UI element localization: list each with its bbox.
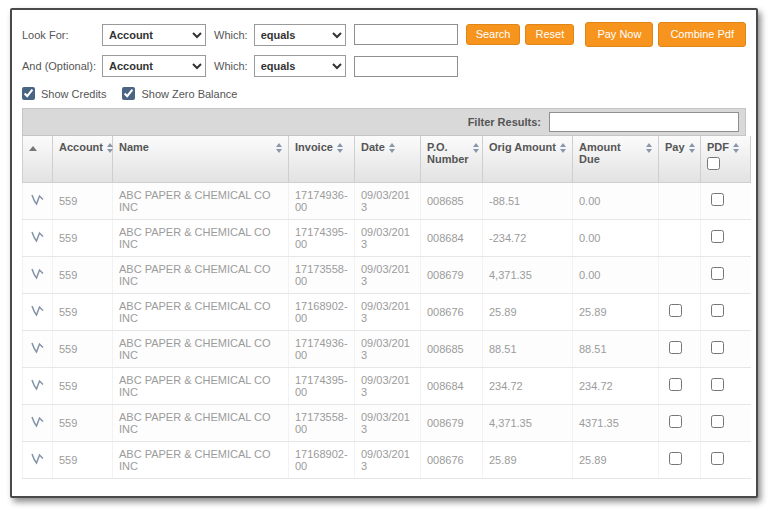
pdf-cell bbox=[701, 256, 751, 293]
amount-due-cell: 234.72 bbox=[573, 367, 659, 404]
row-detail-glyph bbox=[30, 414, 45, 429]
date-cell: 09/03/2013 bbox=[355, 256, 421, 293]
row-detail-icon[interactable] bbox=[30, 340, 45, 357]
account-cell: 559 bbox=[53, 182, 113, 219]
show-zero-balance-label[interactable]: Show Zero Balance bbox=[141, 88, 237, 100]
amount-due-cell: 4371.35 bbox=[573, 404, 659, 441]
col-account[interactable]: Account bbox=[53, 136, 113, 182]
pay-checkbox[interactable] bbox=[669, 415, 682, 428]
col-orig-amount[interactable]: Orig Amount bbox=[483, 136, 573, 182]
pdf-checkbox[interactable] bbox=[711, 415, 724, 428]
row-detail-icon[interactable] bbox=[30, 192, 45, 209]
pdf-cell bbox=[701, 182, 751, 219]
amount-due-cell: 0.00 bbox=[573, 219, 659, 256]
app-frame: Look For: Account Which: equals Search R… bbox=[10, 8, 758, 498]
col-pay[interactable]: Pay bbox=[659, 136, 701, 182]
and-field-select[interactable]: Account bbox=[102, 55, 206, 77]
and-input[interactable] bbox=[354, 56, 458, 77]
pdf-cell bbox=[701, 293, 751, 330]
row-detail-glyph bbox=[30, 340, 45, 355]
invoice-cell: 17174936-00 bbox=[289, 330, 355, 367]
row-detail-glyph bbox=[30, 192, 45, 207]
orig-amount-cell: -88.51 bbox=[483, 182, 573, 219]
pay-checkbox[interactable] bbox=[669, 341, 682, 354]
date-cell: 09/03/2013 bbox=[355, 293, 421, 330]
row-detail-cell bbox=[23, 441, 53, 478]
pay-checkbox[interactable] bbox=[669, 452, 682, 465]
po-number-cell: 008676 bbox=[421, 441, 483, 478]
row-detail-icon[interactable] bbox=[30, 303, 45, 320]
sort-asc-icon bbox=[29, 146, 37, 151]
invoice-row: 559ABC PAPER & CHEMICAL CO INC17174395-0… bbox=[23, 219, 751, 256]
look-for-select[interactable]: Account bbox=[102, 24, 206, 46]
row-detail-icon[interactable] bbox=[30, 451, 45, 468]
col-date[interactable]: Date bbox=[355, 136, 421, 182]
pay-cell bbox=[659, 182, 701, 219]
name-cell: ABC PAPER & CHEMICAL CO INC bbox=[113, 330, 289, 367]
row-detail-icon[interactable] bbox=[30, 266, 45, 283]
name-cell: ABC PAPER & CHEMICAL CO INC bbox=[113, 256, 289, 293]
name-cell: ABC PAPER & CHEMICAL CO INC bbox=[113, 182, 289, 219]
sort-icon bbox=[646, 143, 652, 153]
pdf-select-all-checkbox[interactable] bbox=[707, 157, 720, 170]
date-cell: 09/03/2013 bbox=[355, 367, 421, 404]
pay-checkbox[interactable] bbox=[669, 304, 682, 317]
search-toolbar: Look For: Account Which: equals Search R… bbox=[22, 22, 746, 47]
amount-due-cell: 0.00 bbox=[573, 182, 659, 219]
pdf-checkbox[interactable] bbox=[711, 378, 724, 391]
col-pdf[interactable]: PDF bbox=[701, 136, 751, 182]
account-cell: 559 bbox=[53, 404, 113, 441]
pay-now-button[interactable]: Pay Now bbox=[585, 22, 653, 47]
invoice-cell: 17173558-00 bbox=[289, 404, 355, 441]
pdf-checkbox[interactable] bbox=[711, 341, 724, 354]
col-invoice[interactable]: Invoice bbox=[289, 136, 355, 182]
reset-button[interactable]: Reset bbox=[525, 24, 574, 45]
invoice-cell: 17174936-00 bbox=[289, 182, 355, 219]
amount-due-cell: 0.00 bbox=[573, 256, 659, 293]
col-amount-due[interactable]: Amount Due bbox=[573, 136, 659, 182]
sort-icon bbox=[689, 143, 695, 153]
filter-results-input[interactable] bbox=[549, 112, 739, 132]
pdf-checkbox[interactable] bbox=[711, 304, 724, 317]
show-zero-balance-checkbox[interactable] bbox=[122, 87, 135, 100]
show-credits-label[interactable]: Show Credits bbox=[41, 88, 106, 100]
invoice-table-body: 559ABC PAPER & CHEMICAL CO INC17174936-0… bbox=[23, 182, 751, 478]
which-select[interactable]: equals bbox=[254, 24, 346, 46]
search-button[interactable]: Search bbox=[466, 24, 521, 45]
pay-cell bbox=[659, 256, 701, 293]
po-number-cell: 008679 bbox=[421, 404, 483, 441]
row-detail-icon[interactable] bbox=[30, 377, 45, 394]
date-cell: 09/03/2013 bbox=[355, 330, 421, 367]
col-expand[interactable] bbox=[23, 136, 53, 182]
row-detail-glyph bbox=[30, 451, 45, 466]
orig-amount-cell: 88.51 bbox=[483, 330, 573, 367]
col-name[interactable]: Name bbox=[113, 136, 289, 182]
pdf-checkbox[interactable] bbox=[711, 267, 724, 280]
pdf-cell bbox=[701, 219, 751, 256]
invoice-row: 559ABC PAPER & CHEMICAL CO INC17174936-0… bbox=[23, 182, 751, 219]
pdf-checkbox[interactable] bbox=[711, 452, 724, 465]
row-detail-cell bbox=[23, 330, 53, 367]
options-row: Show Credits Show Zero Balance bbox=[22, 87, 746, 100]
and-which-select[interactable]: equals bbox=[254, 55, 346, 77]
row-detail-icon[interactable] bbox=[30, 229, 45, 246]
row-detail-cell bbox=[23, 182, 53, 219]
row-detail-icon[interactable] bbox=[30, 414, 45, 431]
orig-amount-cell: 234.72 bbox=[483, 367, 573, 404]
invoice-row: 559ABC PAPER & CHEMICAL CO INC17168902-0… bbox=[23, 293, 751, 330]
pay-checkbox[interactable] bbox=[669, 378, 682, 391]
amount-due-cell: 25.89 bbox=[573, 441, 659, 478]
name-cell: ABC PAPER & CHEMICAL CO INC bbox=[113, 441, 289, 478]
show-credits-checkbox[interactable] bbox=[22, 87, 35, 100]
pdf-checkbox[interactable] bbox=[711, 230, 724, 243]
pay-cell bbox=[659, 441, 701, 478]
and-optional-label: And (Optional): bbox=[22, 60, 96, 72]
search-input[interactable] bbox=[354, 24, 458, 45]
account-cell: 559 bbox=[53, 441, 113, 478]
combine-pdf-button[interactable]: Combine Pdf bbox=[658, 22, 746, 47]
invoice-row: 559ABC PAPER & CHEMICAL CO INC17174395-0… bbox=[23, 367, 751, 404]
col-po-number[interactable]: P.O. Number bbox=[421, 136, 483, 182]
po-number-cell: 008685 bbox=[421, 330, 483, 367]
pdf-checkbox[interactable] bbox=[711, 193, 724, 206]
invoice-cell: 17168902-00 bbox=[289, 441, 355, 478]
